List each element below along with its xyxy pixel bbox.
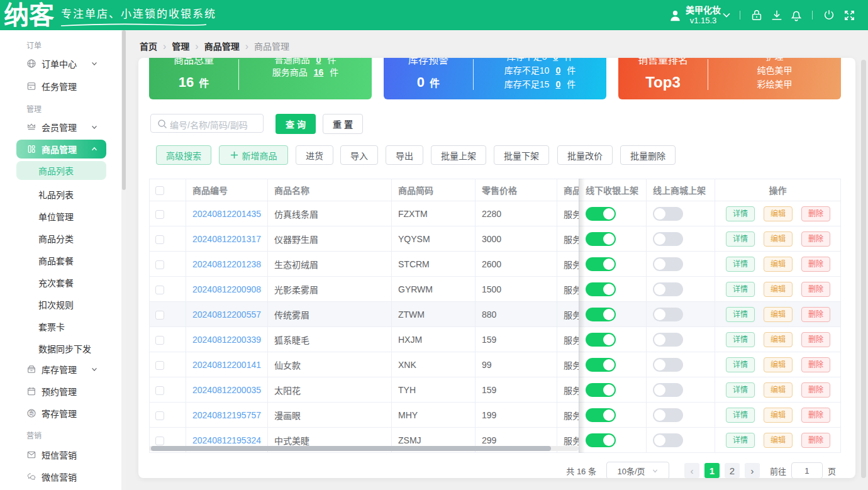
svg-text:寄: 寄 <box>29 409 35 416</box>
